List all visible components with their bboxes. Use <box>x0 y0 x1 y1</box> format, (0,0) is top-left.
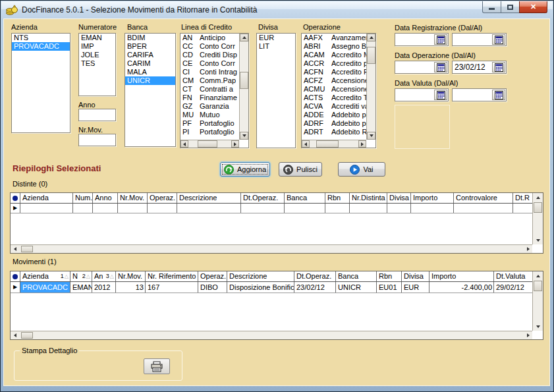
column-header[interactable]: Anno <box>93 193 118 203</box>
column-header[interactable]: Operaz. <box>148 193 177 203</box>
calendar-button[interactable] <box>434 90 447 100</box>
vertical-scrollbar[interactable] <box>366 34 375 140</box>
scroll-down-button[interactable] <box>367 132 375 140</box>
table-cell[interactable]: UNICR <box>336 282 377 293</box>
scroll-right-button[interactable] <box>524 245 532 253</box>
data-operazione-al-input[interactable]: 23/02/12 <box>452 61 507 74</box>
table-cell[interactable]: 29/02/12 <box>494 282 529 293</box>
scroll-down-button[interactable] <box>533 236 543 244</box>
column-header[interactable]: Dt.Operaz. <box>294 271 336 281</box>
list-item[interactable]: CIConti Intrag <box>180 68 239 76</box>
table-cell[interactable]: EU01 <box>377 282 402 293</box>
table-cell[interactable] <box>325 204 350 213</box>
vertical-scrollbar[interactable] <box>239 34 248 140</box>
list-item[interactable]: IMP <box>79 42 115 51</box>
distinte-horizontal-scrollbar[interactable] <box>11 244 532 253</box>
distinte-empty-row[interactable]: ▶ <box>11 204 543 213</box>
table-cell[interactable] <box>411 204 454 213</box>
list-item[interactable]: JOLE <box>79 51 115 59</box>
table-cell[interactable] <box>350 204 387 213</box>
scroll-up-button[interactable] <box>533 193 543 202</box>
list-item[interactable]: CARIM <box>125 59 175 68</box>
table-cell[interactable]: PROVACADC <box>20 282 70 293</box>
horizontal-scrollbar[interactable] <box>302 140 366 148</box>
table-cell[interactable]: 2012 <box>92 282 116 293</box>
close-button[interactable]: ✕ <box>519 1 547 13</box>
azienda-listbox[interactable]: NTS PROVACADC <box>11 33 70 133</box>
scroll-right-button[interactable] <box>524 331 532 339</box>
list-item[interactable]: ACMUAccensione <box>302 85 366 94</box>
table-cell[interactable] <box>454 204 513 213</box>
table-cell[interactable]: EUR <box>402 282 429 293</box>
table-cell[interactable]: 167 <box>146 282 198 293</box>
list-item[interactable]: NTS <box>12 34 70 42</box>
print-button[interactable] <box>144 358 170 374</box>
list-item[interactable]: ACTSAccredito Te <box>302 94 366 102</box>
column-header[interactable]: Divisa <box>387 193 411 203</box>
scrollbar-thumb[interactable] <box>316 140 339 148</box>
linea-di-credito-listbox[interactable]: ANAnticipo CCConto Corr CDCrediti Disp C… <box>180 33 249 148</box>
row-selector-cell[interactable]: ▶ <box>11 204 20 213</box>
column-header[interactable]: Operaz. <box>198 271 227 281</box>
nr-mov-input[interactable] <box>78 134 116 146</box>
column-header[interactable]: Dt.Operaz. <box>241 193 285 203</box>
scroll-up-button[interactable] <box>533 271 543 280</box>
table-cell[interactable]: 13 <box>116 282 146 293</box>
list-item[interactable]: AAFXAvanzament <box>302 34 366 42</box>
list-item[interactable]: LIT <box>257 42 295 51</box>
scrollbar-thumb[interactable] <box>367 47 375 64</box>
table-cell[interactable] <box>118 204 148 213</box>
maximize-button[interactable] <box>501 1 519 13</box>
list-item[interactable]: MALA <box>125 68 175 76</box>
anno-input[interactable] <box>78 109 116 121</box>
column-header[interactable]: Dt.Valuta <box>494 271 529 281</box>
scroll-left-button[interactable] <box>11 331 19 339</box>
table-cell[interactable] <box>387 204 411 213</box>
data-registrazione-al-input[interactable] <box>452 33 507 46</box>
calendar-button[interactable] <box>492 34 505 45</box>
movimenti-horizontal-scrollbar[interactable] <box>11 331 532 339</box>
list-item[interactable]: ACVAAccrediti va <box>302 102 366 111</box>
pulisci-button[interactable]: Pulisci <box>279 162 322 177</box>
scroll-left-button[interactable] <box>302 140 310 148</box>
horizontal-scrollbar[interactable] <box>180 140 239 148</box>
scroll-down-button[interactable] <box>240 132 248 140</box>
scrollbar-thumb[interactable] <box>198 140 217 148</box>
list-item[interactable]: CEConto Corr <box>180 59 239 68</box>
column-header[interactable]: Importo <box>429 271 494 281</box>
table-cell[interactable] <box>177 204 241 213</box>
column-header[interactable]: Dt.R <box>513 193 532 203</box>
list-item[interactable]: PFPortafoglio <box>180 119 239 128</box>
column-header[interactable]: Descrizione <box>227 271 294 281</box>
calendar-button[interactable] <box>492 62 505 72</box>
column-header[interactable]: N2△ <box>70 271 92 281</box>
list-item[interactable]: CMComm.Pap <box>180 76 239 85</box>
column-header[interactable]: Num. <box>73 193 93 203</box>
table-cell[interactable]: Disposizione Bonifici <box>227 282 294 293</box>
table-cell[interactable] <box>513 204 532 213</box>
data-valuta-al-input[interactable] <box>452 88 507 101</box>
list-item[interactable]: ABRIAssegno Ba <box>302 42 366 51</box>
column-header[interactable]: Azienda1△ <box>20 271 70 281</box>
calendar-button[interactable] <box>434 62 447 72</box>
list-item[interactable]: EMAN <box>79 34 115 42</box>
column-header[interactable]: An3△ <box>92 271 116 281</box>
scrollbar-thumb[interactable] <box>21 332 33 339</box>
scrollbar-thumb[interactable] <box>21 246 33 252</box>
scroll-down-button[interactable] <box>533 322 543 331</box>
column-header[interactable]: Nr. Riferimento <box>146 271 198 281</box>
list-item[interactable]: CCConto Corr <box>180 42 239 51</box>
scroll-left-button[interactable] <box>11 245 19 253</box>
column-header[interactable]: Nr.Mov. <box>116 271 146 281</box>
list-item[interactable]: GZGaranzia <box>180 102 239 111</box>
table-cell[interactable] <box>285 204 325 213</box>
column-header[interactable]: Divisa <box>402 271 429 281</box>
scroll-up-button[interactable] <box>240 34 248 42</box>
list-item[interactable]: MUMutuo <box>180 111 239 119</box>
column-header[interactable]: Descrizione <box>177 193 241 203</box>
table-cell[interactable]: -2.400,00 <box>429 282 494 293</box>
vai-button[interactable]: Vai <box>338 162 385 177</box>
scroll-left-button[interactable] <box>180 140 188 148</box>
calendar-button[interactable] <box>492 90 505 100</box>
data-valuta-dal-input[interactable] <box>395 88 449 101</box>
